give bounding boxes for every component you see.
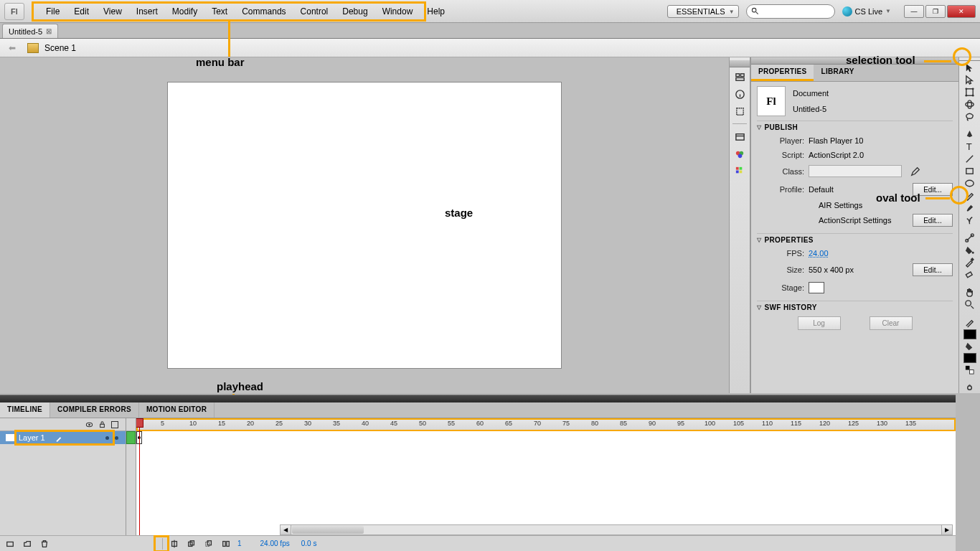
text-tool-icon[interactable]: T <box>961 141 979 152</box>
eyedropper-tool-icon[interactable] <box>961 257 979 268</box>
edit-multiple-frames-button[interactable] <box>220 538 232 550</box>
snap-to-objects-icon[interactable] <box>961 382 979 393</box>
cs-live-button[interactable]: CS Live ▼ <box>842 6 891 17</box>
fill-color-icon[interactable] <box>961 341 979 352</box>
layer-name[interactable]: Layer 1 <box>19 433 45 442</box>
tab-timeline[interactable]: TIMELINE <box>0 402 50 418</box>
menu-view[interactable]: View <box>96 4 129 19</box>
outline-column-icon[interactable] <box>111 421 118 428</box>
swatches-panel-icon[interactable] <box>732 163 748 179</box>
tab-library[interactable]: LIBRARY <box>814 65 861 81</box>
onion-skin-button[interactable] <box>186 538 197 550</box>
dock-collapse-grip[interactable] <box>730 60 750 67</box>
minimize-button[interactable]: — <box>904 5 924 18</box>
swf-history-header[interactable]: SWF HISTORY <box>757 301 953 314</box>
timeline-ruler[interactable]: 1 5 10 15 20 25 30 35 40 45 50 55 60 65 … <box>136 418 956 431</box>
scene-name[interactable]: Scene 1 <box>44 43 76 53</box>
class-input[interactable] <box>809 165 902 177</box>
close-button[interactable]: ✕ <box>947 5 976 18</box>
menu-window[interactable]: Window <box>375 4 420 19</box>
as-edit-button[interactable]: Edit... <box>913 214 953 227</box>
new-layer-button[interactable] <box>4 538 16 550</box>
line-tool-icon[interactable] <box>961 154 979 164</box>
menu-modify[interactable]: Modify <box>165 4 204 19</box>
svg-rect-3 <box>740 73 744 76</box>
fps-display[interactable]: 24.00 fps <box>260 540 290 547</box>
properties-section-header[interactable]: PROPERTIES <box>757 233 953 246</box>
back-arrow-icon[interactable]: ⬅ <box>9 43 22 53</box>
tab-compiler-errors[interactable]: COMPILER ERRORS <box>50 402 139 418</box>
log-button[interactable]: Log <box>798 316 841 330</box>
search-input[interactable] <box>746 4 835 19</box>
menu-control[interactable]: Control <box>293 4 336 19</box>
menu-insert[interactable]: Insert <box>129 4 165 19</box>
center-frame-button[interactable] <box>169 538 180 550</box>
pencil-tool-icon[interactable] <box>961 190 979 201</box>
profile-edit-button[interactable]: Edit... <box>913 183 953 196</box>
pencil-icon[interactable] <box>910 166 920 176</box>
bone-tool-icon[interactable] <box>961 232 979 243</box>
layer-lock-dot[interactable] <box>115 436 118 440</box>
clear-button[interactable]: Clear <box>870 316 913 330</box>
3d-rotation-tool-icon[interactable] <box>961 99 979 110</box>
scroll-left-icon[interactable]: ◀ <box>281 525 291 534</box>
rectangle-tool-icon[interactable] <box>961 166 979 176</box>
eraser-tool-icon[interactable] <box>961 269 979 280</box>
playhead[interactable] <box>139 418 140 535</box>
document-tab[interactable]: Untitled-5 ⊠ <box>2 24 58 38</box>
current-frame-value[interactable]: 1 <box>237 540 242 547</box>
subselection-tool-icon[interactable] <box>961 75 979 85</box>
publish-section-header[interactable]: PUBLISH <box>757 121 953 133</box>
menu-commands[interactable]: Commands <box>235 4 293 19</box>
menu-debug[interactable]: Debug <box>335 4 374 19</box>
timeline-collapse-grip[interactable] <box>0 395 956 402</box>
paint-bucket-tool-icon[interactable] <box>961 245 979 255</box>
color-panel-icon[interactable] <box>732 146 748 161</box>
tab-properties[interactable]: PROPERTIES <box>751 65 814 81</box>
delete-layer-button[interactable] <box>39 538 50 550</box>
pen-tool-icon[interactable] <box>961 129 979 140</box>
onion-skin-outlines-button[interactable] <box>203 538 215 550</box>
menu-text[interactable]: Text <box>204 4 235 19</box>
selection-tool-icon[interactable] <box>961 62 979 73</box>
stage-color-swatch[interactable] <box>809 282 824 293</box>
layer-visibility-dot[interactable] <box>105 436 109 440</box>
layer-row[interactable]: Layer 1 <box>0 431 126 444</box>
stroke-color-icon[interactable] <box>961 317 979 328</box>
tab-motion-editor[interactable]: MOTION EDITOR <box>139 402 215 418</box>
oval-tool-icon[interactable] <box>961 178 979 189</box>
stage-area[interactable] <box>0 57 729 393</box>
library-panel-icon[interactable] <box>732 128 748 144</box>
lock-column-icon[interactable] <box>99 421 105 428</box>
new-folder-button[interactable] <box>22 538 33 550</box>
fill-color-well[interactable] <box>961 353 979 363</box>
swap-colors-icon[interactable] <box>961 364 979 375</box>
zoom-tool-icon[interactable] <box>961 299 979 310</box>
close-tab-icon[interactable]: ⊠ <box>46 27 52 35</box>
lasso-tool-icon[interactable] <box>961 111 979 122</box>
free-transform-tool-icon[interactable] <box>961 87 979 98</box>
transform-panel-icon[interactable] <box>732 103 748 119</box>
hand-tool-icon[interactable] <box>961 287 979 298</box>
brush-tool-icon[interactable] <box>961 202 979 213</box>
align-panel-icon[interactable] <box>732 69 748 85</box>
tools-collapse-grip[interactable] <box>959 60 980 61</box>
timeline-scrollbar[interactable]: ◀ ▶ <box>280 524 953 535</box>
stage-canvas[interactable] <box>167 82 562 369</box>
menu-help[interactable]: Help <box>420 4 452 19</box>
deco-tool-icon[interactable] <box>961 215 979 225</box>
size-edit-button[interactable]: Edit... <box>913 263 953 276</box>
panel-collapse-grip[interactable] <box>751 57 958 65</box>
stroke-color-well[interactable] <box>961 329 979 339</box>
info-panel-icon[interactable] <box>732 86 748 102</box>
frames-area[interactable]: 1 5 10 15 20 25 30 35 40 45 50 55 60 65 … <box>136 418 956 535</box>
maximize-button[interactable]: ❐ <box>925 5 946 18</box>
menu-file[interactable]: File <box>39 4 67 19</box>
svg-rect-41 <box>100 424 105 427</box>
layer-outline-swatch[interactable] <box>126 431 136 444</box>
workspace-selector[interactable]: ESSENTIALS <box>667 5 739 18</box>
visibility-column-icon[interactable] <box>85 422 93 428</box>
menu-edit[interactable]: Edit <box>67 4 96 19</box>
scroll-right-icon[interactable]: ▶ <box>941 525 952 534</box>
fps-value[interactable]: 24.00 <box>809 249 829 258</box>
